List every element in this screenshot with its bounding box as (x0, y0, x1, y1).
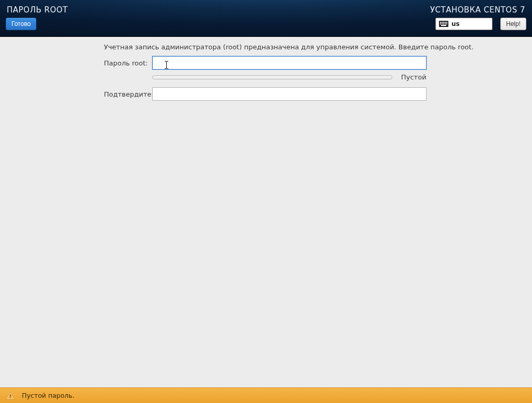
svg-rect-3 (443, 22, 444, 23)
svg-rect-6 (440, 23, 441, 24)
keyboard-layout-label: us (451, 20, 460, 28)
password-strength-bar (152, 75, 392, 79)
svg-rect-8 (443, 23, 444, 24)
page-title: ПАРОЛЬ ROOT (7, 5, 68, 15)
confirm-password-input[interactable] (152, 87, 427, 101)
password-strength-label: Пустой (401, 73, 427, 81)
done-button[interactable]: Готово (6, 18, 36, 30)
svg-point-13 (10, 397, 11, 398)
svg-rect-2 (442, 22, 443, 23)
warning-icon (6, 392, 15, 400)
svg-rect-7 (442, 23, 443, 24)
keyboard-layout-selector[interactable]: us (435, 18, 493, 30)
svg-rect-5 (446, 22, 447, 23)
main-content: Учетная запись администратора (root) пре… (0, 37, 532, 387)
svg-rect-9 (445, 23, 446, 24)
svg-rect-1 (440, 22, 441, 23)
password-label: Пароль root: (104, 59, 148, 67)
installer-title: УСТАНОВКА CENTOS 7 (430, 5, 525, 15)
svg-rect-11 (441, 25, 446, 26)
help-button[interactable]: Help! (500, 18, 526, 30)
svg-rect-12 (10, 394, 11, 396)
header-bar: ПАРОЛЬ ROOT Готово УСТАНОВКА CENTOS 7 us… (0, 0, 532, 37)
svg-rect-10 (446, 23, 447, 24)
warning-text: Пустой пароль. (22, 392, 74, 399)
root-password-input[interactable] (152, 56, 427, 70)
description-text: Учетная запись администратора (root) пре… (104, 43, 474, 51)
keyboard-icon (439, 21, 448, 27)
confirm-label: Подтвердите: (104, 90, 154, 98)
svg-rect-4 (445, 22, 446, 23)
warning-bar: Пустой пароль. (0, 387, 532, 403)
